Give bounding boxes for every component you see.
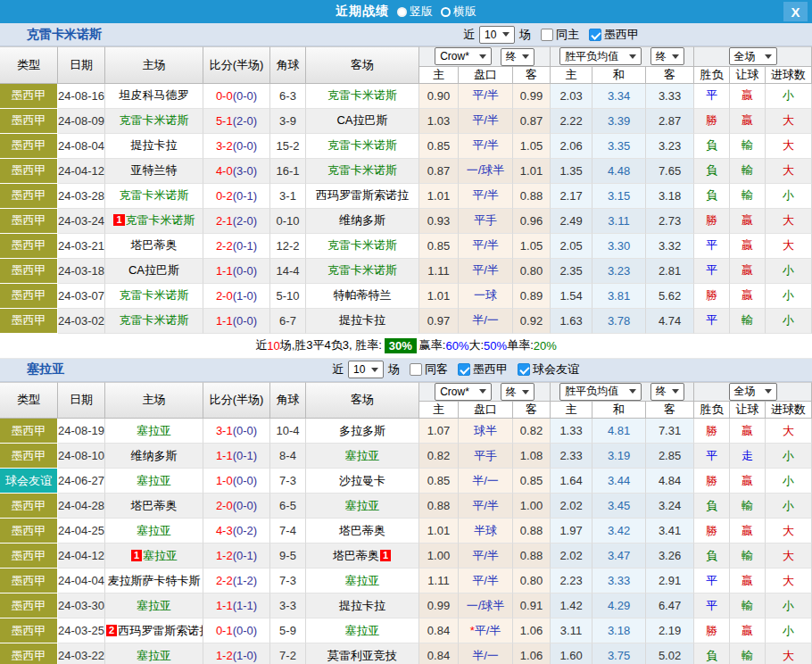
radio-vertical-label[interactable]: 竖版 [410, 4, 433, 20]
asian-away-odds: 0.80 [513, 569, 551, 593]
result-wdl: 勝 [694, 284, 730, 309]
home-team[interactable]: 2西玛罗雷斯索诺拉 [105, 618, 203, 643]
home-team[interactable]: CA拉巴斯 [105, 259, 203, 284]
radio-horizontal-label[interactable]: 横版 [453, 4, 476, 20]
home-team[interactable]: 塔巴蒂奥 [105, 494, 203, 519]
asian-handicap: 一/球半 [459, 593, 513, 618]
league-badge[interactable]: 墨西甲 [0, 419, 58, 444]
avg-odds-select[interactable]: 胜平负均值 [559, 383, 642, 401]
league-badge[interactable]: 墨西甲 [0, 519, 58, 544]
home-team[interactable]: 克雷卡米诺斯 [105, 284, 203, 309]
checkbox-club-friendly[interactable] [518, 363, 530, 376]
checkbox-league-mx[interactable] [458, 363, 470, 376]
home-team[interactable]: 1塞拉亚 [105, 544, 203, 569]
checkbox-league-mx-label[interactable]: 墨西甲 [473, 361, 508, 378]
away-team[interactable]: 塔巴蒂奥 [306, 519, 419, 544]
league-badge[interactable]: 墨西甲 [0, 643, 58, 664]
home-team[interactable]: 1克雷卡米诺斯 [105, 209, 203, 234]
bookmaker-select[interactable]: Crow* [435, 47, 492, 65]
result-wdl: 負 [694, 494, 730, 519]
league-badge[interactable]: 球会友谊 [0, 469, 58, 494]
league-badge[interactable]: 墨西甲 [0, 234, 58, 259]
away-team[interactable]: 维纳多斯 [306, 209, 419, 234]
asian-home-odds: 0.99 [419, 593, 459, 618]
away-team[interactable]: 克雷卡米诺斯 [306, 84, 419, 109]
close-icon[interactable]: X [783, 2, 808, 21]
radio-horizontal-layout[interactable] [441, 7, 451, 17]
radio-vertical-layout[interactable] [397, 7, 407, 17]
match-count-select[interactable]: 10 [479, 26, 515, 44]
asian-home-odds: 0.87 [419, 159, 459, 184]
away-team[interactable]: 特帕蒂特兰 [306, 284, 419, 309]
checkbox-same-home-label[interactable]: 同主 [556, 27, 579, 43]
away-team[interactable]: 克雷卡米诺斯 [306, 134, 419, 159]
away-team[interactable]: 塞拉亚 [306, 494, 419, 519]
home-team[interactable]: 塞拉亚 [105, 593, 203, 618]
away-team[interactable]: 沙拉曼卡 [306, 469, 419, 494]
checkbox-same-home[interactable] [541, 29, 553, 41]
home-team[interactable]: 克雷卡米诺斯 [105, 309, 203, 334]
home-team[interactable]: 塞拉亚 [105, 519, 203, 544]
league-badge[interactable]: 墨西甲 [0, 593, 58, 618]
checkbox-club-friendly-label[interactable]: 球会友谊 [533, 361, 579, 378]
league-badge[interactable]: 墨西甲 [0, 618, 58, 643]
away-team[interactable]: 克雷卡米诺斯 [306, 159, 419, 184]
avg-odds-select[interactable]: 胜平负均值 [559, 47, 642, 65]
away-team[interactable]: 莫雷利亚竞技 [306, 643, 419, 664]
league-badge[interactable]: 墨西甲 [0, 309, 58, 334]
home-team[interactable]: 塞拉亚 [105, 419, 203, 444]
home-team[interactable]: 麦拉斯萨卡特卡斯 [105, 569, 203, 593]
checkbox-league-mx-label[interactable]: 墨西甲 [604, 27, 639, 43]
away-team[interactable]: 克雷卡米诺斯 [306, 234, 419, 259]
away-team[interactable]: 提拉卡拉 [306, 593, 419, 618]
scope-select[interactable]: 全场 [729, 383, 777, 401]
home-team[interactable]: 塞拉亚 [105, 643, 203, 664]
result-wdl: 平 [694, 84, 730, 109]
checkbox-league-mx[interactable] [589, 29, 601, 41]
league-badge[interactable]: 墨西甲 [0, 209, 58, 234]
league-badge[interactable]: 墨西甲 [0, 84, 58, 109]
league-badge[interactable]: 墨西甲 [0, 284, 58, 309]
bookmaker-select[interactable]: Crow* [435, 383, 492, 401]
avg-stage-select[interactable]: 终 [650, 47, 684, 65]
league-badge[interactable]: 墨西甲 [0, 134, 58, 159]
away-team[interactable]: 塞拉亚 [306, 444, 419, 469]
home-team[interactable]: 塞拉亚 [105, 469, 203, 494]
league-badge[interactable]: 墨西甲 [0, 159, 58, 184]
league-badge[interactable]: 墨西甲 [0, 109, 58, 134]
away-team[interactable]: CA拉巴斯 [306, 109, 419, 134]
checkbox-same-away-label[interactable]: 同客 [425, 361, 448, 378]
home-team[interactable]: 克雷卡米诺斯 [105, 184, 203, 209]
asian-handicap: 平手 [459, 209, 513, 234]
away-team[interactable]: 克雷卡米诺斯 [306, 259, 419, 284]
league-badge[interactable]: 墨西甲 [0, 494, 58, 519]
corner-count: 15-2 [270, 134, 306, 159]
league-badge[interactable]: 墨西甲 [0, 259, 58, 284]
avg-odds-away: 2.87 [646, 109, 694, 134]
home-team[interactable]: 塔巴蒂奥 [105, 234, 203, 259]
league-badge[interactable]: 墨西甲 [0, 569, 58, 593]
away-team[interactable]: 提拉卡拉 [306, 309, 419, 334]
scope-select[interactable]: 全场 [729, 47, 777, 65]
match-count-select[interactable]: 10 [348, 361, 384, 378]
home-team[interactable]: 维纳多斯 [105, 444, 203, 469]
home-team[interactable]: 亚特兰特 [105, 159, 203, 184]
home-team[interactable]: 坦皮科马德罗 [105, 84, 203, 109]
result-handicap: 贏 [730, 84, 766, 109]
league-badge[interactable]: 墨西甲 [0, 184, 58, 209]
home-team[interactable]: 提拉卡拉 [105, 134, 203, 159]
subcol-asian-home: 主 [419, 402, 459, 419]
away-team[interactable]: 多拉多斯 [306, 419, 419, 444]
away-team[interactable]: 塔巴蒂奥1 [306, 544, 419, 569]
away-team[interactable]: 西玛罗雷斯索诺拉 [306, 184, 419, 209]
home-team[interactable]: 克雷卡米诺斯 [105, 109, 203, 134]
avg-stage-select[interactable]: 终 [650, 383, 684, 401]
column-header-type: 类型 [0, 46, 58, 84]
league-badge[interactable]: 墨西甲 [0, 544, 58, 569]
away-team[interactable]: 塞拉亚 [306, 618, 419, 643]
odds-stage-select[interactable]: 终 [501, 48, 534, 66]
checkbox-same-away[interactable] [410, 363, 422, 376]
away-team[interactable]: 塞拉亚 [306, 569, 419, 593]
odds-stage-select[interactable]: 终 [501, 383, 534, 401]
league-badge[interactable]: 墨西甲 [0, 444, 58, 469]
